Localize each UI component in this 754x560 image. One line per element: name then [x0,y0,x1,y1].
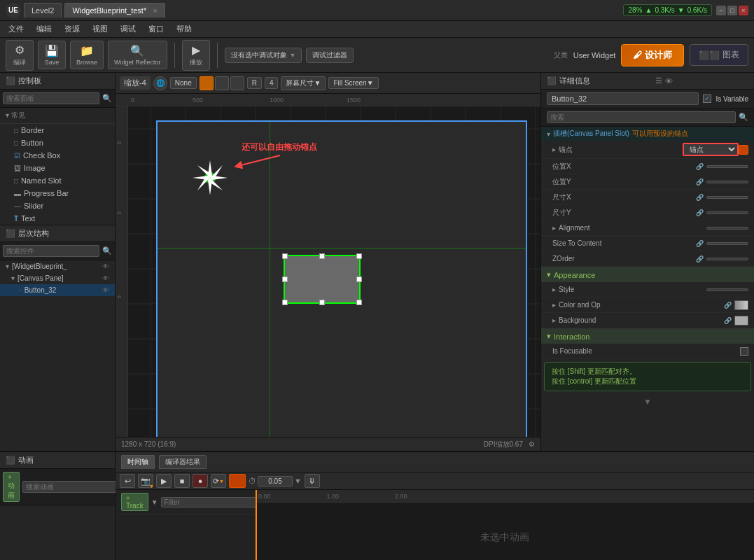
palette-item-text[interactable]: TText [0,212,115,225]
compile-button[interactable]: ⚙ 编译 [6,40,34,71]
none-btn[interactable]: None [170,77,197,89]
save-button[interactable]: 💾 Save [38,41,66,69]
stop-tl-button[interactable]: ■ [174,474,190,488]
camera-button[interactable]: 📷 ▼ [138,474,153,488]
menu-help[interactable]: 帮助 [171,22,197,36]
appearance-section-header[interactable]: ▾ Appearance [541,267,754,282]
menu-assets[interactable]: 资源 [59,22,85,36]
handle-tl[interactable] [282,253,288,259]
circle-btn[interactable] [215,76,229,90]
scroll-down-icon[interactable]: ▼ [541,394,754,410]
hierarchy-item-root[interactable]: ▾ [WidgetBlueprint_ 👁 [0,260,115,272]
palette-item-checkbox[interactable]: ☑Check Box [0,149,115,162]
is-focusable-checkbox[interactable] [740,347,748,356]
screen-size-btn[interactable]: 屏幕尺寸▼ [281,76,326,90]
palette-item-image[interactable]: 🖼Image [0,162,115,174]
tab-close-icon[interactable]: × [153,6,157,15]
handle-ml[interactable] [282,276,288,282]
design-frame[interactable]: 还可以自由拖动锚点 [156,120,527,437]
background-swatch[interactable] [734,316,748,326]
slot-section-header[interactable]: ▾ 插槽(Canvas Panel Slot) 可以用预设的锚点 [541,127,754,141]
tab-widgetblueprint[interactable]: WidgetBlueprint_test* × [64,3,165,18]
maximize-button[interactable]: □ [727,6,737,15]
handle-tm[interactable] [319,253,325,259]
menu-edit[interactable]: 编辑 [31,22,57,36]
palette-item-border[interactable]: □Border [0,124,115,136]
rect-btn[interactable] [200,76,214,90]
tab-compiler-results[interactable]: 编译器结果 [159,455,207,469]
eye-settings-icon[interactable]: 👁 [665,77,673,85]
globe-btn[interactable]: 🌐 [153,76,167,90]
handle-mr[interactable] [356,276,362,282]
graph-mode-button[interactable]: ⬛⬛ 图表 [690,44,748,66]
list-view-icon[interactable]: ☰ [655,76,662,85]
zorder-value[interactable] [706,258,748,260]
positionx-value[interactable] [706,165,748,168]
widget-name-input[interactable] [547,92,699,105]
hierarchy-item-button32[interactable]: · Button_32 👁 [0,284,115,296]
interaction-section-header[interactable]: ▾ Interaction [541,328,754,344]
move-btn[interactable] [230,76,244,90]
palette-item-progressbar[interactable]: ▬Progress Bar [0,187,115,200]
r-btn[interactable]: R [247,77,262,89]
canvas-viewport[interactable]: 0 500 1000 1500 5 5 5 [116,94,540,437]
playhead[interactable] [256,490,257,560]
settings-icon[interactable]: ⚙ [529,440,535,448]
hierarchy-search-input[interactable] [3,245,99,257]
sizey-value[interactable] [706,211,748,214]
handle-bm[interactable] [319,300,325,305]
add-key-button[interactable]: ⤋ [305,474,320,488]
hierarchy-item-canvas[interactable]: ▾ [Canvas Pane] 👁 [0,272,115,284]
close-button[interactable]: × [739,6,748,15]
time-input[interactable]: 0.05 [258,476,293,486]
add-track-button[interactable]: + Track [121,493,148,511]
anchor-preset-button[interactable] [739,145,748,155]
eye-icon-button32[interactable]: 👁 [102,286,109,294]
minimize-button[interactable]: − [716,6,726,15]
palette-search-input[interactable] [3,92,99,104]
four-btn[interactable]: 4 [265,77,279,89]
handle-bl[interactable] [282,300,288,305]
play-button[interactable]: ▶ 播放 [182,40,210,71]
tab-level2[interactable]: Level2 [24,3,62,18]
palette-item-namedslot[interactable]: □Named Slot [0,174,115,187]
palette-item-button[interactable]: □Button [0,136,115,149]
eye-icon-root[interactable]: 👁 [102,262,109,270]
expand-icon-canvas: ▾ [11,274,15,282]
timeline-toolbar: ↩ 📷 ▼ ▶ ■ ● ⟳ ▼ ⏱ 0.05 ▼ ⤋ [116,472,754,490]
browse-button[interactable]: 📁 Browse [70,41,104,69]
add-animation-button[interactable]: + 动画 [3,472,20,502]
handle-br[interactable] [356,300,362,305]
debug-filter[interactable]: 调试过滤器 [306,48,354,63]
menu-window[interactable]: 窗口 [143,22,169,36]
search-icon: 🔍 [102,94,112,103]
handle-tr[interactable] [356,253,362,259]
anchor-select[interactable]: 锚点 [683,143,739,156]
record-button[interactable]: ● [193,474,208,488]
undo-button[interactable]: ↩ [120,474,135,488]
animation-search-input[interactable] [22,481,118,493]
eye-icon-canvas[interactable]: 👁 [102,274,109,282]
widget-reflector-button[interactable]: 🔍 Widget Reflector [108,41,167,69]
menu-file[interactable]: 文件 [3,22,29,36]
sizex-value[interactable] [706,196,748,199]
tab-timeline[interactable]: 时间轴 [121,455,155,469]
is-variable-checkbox[interactable]: ✓ [703,94,711,103]
menu-debug[interactable]: 调试 [115,22,141,36]
design-mode-button[interactable]: 🖌 设计师 [621,44,684,66]
style-value[interactable] [706,288,748,291]
debug-selector[interactable]: 没有选中调试对象 ▼ [225,48,302,63]
play-tl-button[interactable]: ▶ [156,474,172,488]
details-search-input[interactable] [547,111,736,123]
selected-widget-button[interactable] [284,255,361,304]
palette-item-slider[interactable]: —Slider [0,200,115,212]
loop-button[interactable]: ⟳ ▼ [211,474,226,488]
size-to-content-value[interactable] [706,242,748,245]
alignment-value[interactable] [706,227,748,230]
color-swatch[interactable] [734,300,748,310]
key-button[interactable] [229,474,246,488]
positiony-value[interactable] [706,181,748,183]
menu-view[interactable]: 视图 [87,22,113,36]
fill-screen-btn[interactable]: Fill Screen▼ [328,77,378,89]
track-filter-input[interactable] [161,497,257,507]
